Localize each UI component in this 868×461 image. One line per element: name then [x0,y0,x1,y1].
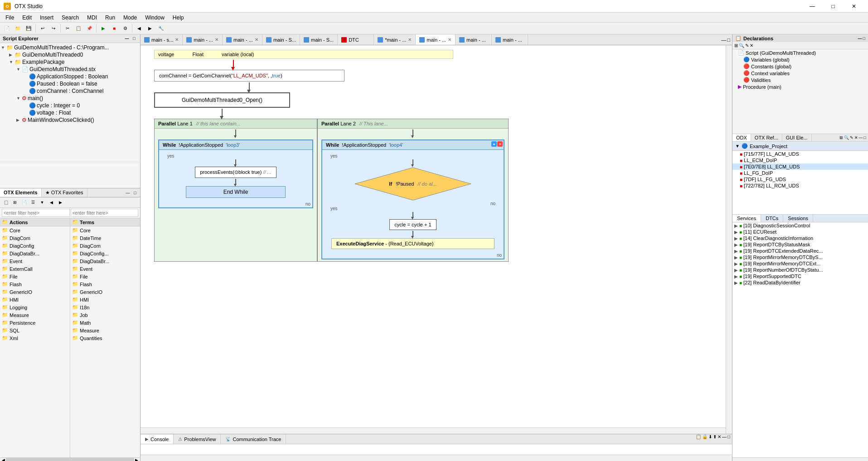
tab-otx-favorites[interactable]: ★ OTX Favorites [42,188,87,197]
minimize-button[interactable]: — [802,0,823,13]
filter-input-terms[interactable] [71,209,139,217]
menu-mdi[interactable]: MDI [83,14,101,22]
tb-paste[interactable]: 📌 [84,24,94,34]
oe-tb-btn3[interactable]: 📄 [20,198,28,206]
decl-script[interactable]: 📄 Script (GuiDemoMultiThreaded) [732,49,868,56]
term-item-hmi[interactable]: 📁 HMI [70,296,140,303]
decl-constants[interactable]: 🔴 Constants (global) [732,63,868,70]
action-item-externcall[interactable]: 📁 ExternCall [0,265,70,273]
odx-stab-sessions[interactable]: Sessions [783,215,813,222]
action-item-persistence[interactable]: 📁 Persistence [0,319,70,327]
odx-ecu-0[interactable]: ■ [715/77F] LL_ACM_UDS [732,151,868,157]
oe-tb-btn1[interactable]: 📋 [2,198,10,206]
declarations-header[interactable]: 📋 Declarations — □ [732,34,868,42]
tab-minimize[interactable]: — [721,37,726,43]
tb-back[interactable]: ◀ [134,24,144,34]
term-item-genericio[interactable]: 📁 GenericIO [70,288,140,296]
bt-btn6[interactable]: — [722,434,727,444]
tab-maximize[interactable]: □ [727,37,730,43]
term-item-flash[interactable]: 📁 Flash [70,280,140,288]
menu-insert[interactable]: Insert [36,14,57,22]
svc-item-8[interactable]: ▶ ■ [19] ReportSupportedDTC [732,273,868,279]
odx-stab-services[interactable]: Services [732,215,761,222]
oe-tb-btn5[interactable]: ▼ [38,198,46,206]
oe-tb-btn4[interactable]: ☰ [29,198,37,206]
svc-item-2[interactable]: ▶ ■ [14] ClearDiagnosticInformation [732,235,868,241]
bt-btn5[interactable]: ✕ [718,434,721,444]
diagram-area[interactable]: voltage Float variable (local) [141,45,732,434]
tree-item-0[interactable]: ▶ 📁 GuiDemoMultiThreaded0 [0,51,140,58]
odx-bottom-scroll[interactable] [732,457,868,461]
oe-scroll-right[interactable]: ▶ [135,458,138,461]
decl-variables[interactable]: 🔵 Variables (global) [732,56,868,63]
tab-otx-elements[interactable]: OTX Elements [0,188,42,197]
term-item-datetime[interactable]: 📁 DateTime [70,234,140,242]
action-item-flash[interactable]: 📁 Flash [0,280,70,288]
while2-btn2[interactable]: ✕ [497,141,503,147]
maximize-button[interactable]: □ [823,0,844,13]
tree-item-9[interactable]: ▶ ⚙ MainWindowCloseClicked() [0,116,140,124]
menu-window[interactable]: Window [141,14,168,22]
tab-close-2[interactable]: ✕ [255,37,258,42]
svc-item-3[interactable]: ▶ ■ [19] ReportDTCByStatusMask [732,241,868,248]
svc-item-4[interactable]: ▶ ■ [19] ReportDTCExtendedDataRec... [732,248,868,254]
menu-mode[interactable]: Mode [120,14,141,22]
odx-tb2[interactable]: 🔍 [844,135,849,140]
diagram-hscroll[interactable] [141,427,726,434]
bt-btn4[interactable]: ⬆ [713,434,717,444]
tb-new[interactable]: 📄 [2,24,12,34]
while2-btn1[interactable]: ● [491,141,497,147]
tab-5[interactable]: DTC [338,34,374,45]
tb-run[interactable]: ▶ [98,24,108,34]
term-item-file[interactable]: 📁 File [70,273,140,280]
svc-item-5[interactable]: ▶ ■ [19] ReportMirrorMemoryDTCByS... [732,254,868,260]
odx-tab-odx[interactable]: ODX [732,134,751,141]
filter-input-actions[interactable] [2,209,70,217]
se-minimize[interactable]: — [124,35,130,42]
bt-btn2[interactable]: 🔒 [702,434,708,444]
term-item-diagcom[interactable]: 📁 DiagCom [70,242,140,250]
tree-item-8[interactable]: ▶ 🔵 voltage : Float [0,109,140,116]
action-item-genericio[interactable]: 📁 GenericIO [0,288,70,296]
action-item-measure[interactable]: 📁 Measure [0,311,70,319]
tree-item-4[interactable]: ▶ 🔵 Paused : Boolean = false [0,80,140,87]
oe-maximize[interactable]: □ [132,190,138,196]
decl-minimize[interactable]: — [858,36,862,41]
term-item-job[interactable]: 📁 Job [70,311,140,319]
action-item-hmi[interactable]: 📁 HMI [0,296,70,303]
svc-item-6[interactable]: ▶ ■ [19] ReportMirrorMemoryDTCExt... [732,260,868,267]
term-item-diagconfig[interactable]: 📁 DiagConfig... [70,250,140,257]
term-item-measure[interactable]: 📁 Measure [70,327,140,334]
tb-copy[interactable]: 📋 [73,24,83,34]
bt-btn3[interactable]: ⬇ [708,434,712,444]
term-item-math[interactable]: 📁 Math [70,319,140,327]
odx-maximize[interactable]: □ [864,135,866,140]
tab-7[interactable]: main - ... ✕ [416,34,456,45]
tab-4[interactable]: main - S... [300,34,338,45]
bottom-hscroll[interactable] [141,455,732,461]
menu-search[interactable]: Search [58,14,82,22]
action-item-diagconfig[interactable]: 📁 DiagConfig [0,242,70,250]
decl-tb3[interactable]: ✎ [745,43,749,48]
bt-btn7[interactable]: □ [727,434,730,444]
oe-tb-btn7[interactable]: ▶ [56,198,64,206]
tb-cut[interactable]: ✂ [63,24,73,34]
tree-item-1[interactable]: ▼ 📁 ExamplePackage [0,58,140,66]
se-maximize[interactable]: □ [131,35,137,42]
term-item-core[interactable]: 📁 Core [70,226,140,234]
tb-save[interactable]: 💾 [24,24,34,34]
odx-tb1[interactable]: ⊞ [839,135,843,140]
close-button[interactable]: ✕ [844,0,864,13]
tab-close-6[interactable]: ✕ [408,37,412,42]
svc-item-7[interactable]: ▶ ■ [19] ReportNumberOfDTCByStatu... [732,267,868,273]
odx-stab-dtcs[interactable]: DTCs [761,215,783,222]
odx-ecu-5[interactable]: ■ [722/782] LL_RCM_UDS [732,182,868,189]
odx-ecu-2[interactable]: ■ [7E0/7E8] LL_ECM_UDS [732,163,868,170]
oe-scroll-left[interactable]: ◀ [2,458,5,461]
tb-debug[interactable]: ⚙ [120,24,130,34]
action-item-logging[interactable]: 📁 Logging [0,303,70,311]
oe-tb-btn2[interactable]: ⊞ [11,198,19,206]
tb-open[interactable]: 📁 [13,24,23,34]
term-item-event[interactable]: 📁 Event [70,265,140,273]
odx-minimize[interactable]: — [859,135,863,140]
